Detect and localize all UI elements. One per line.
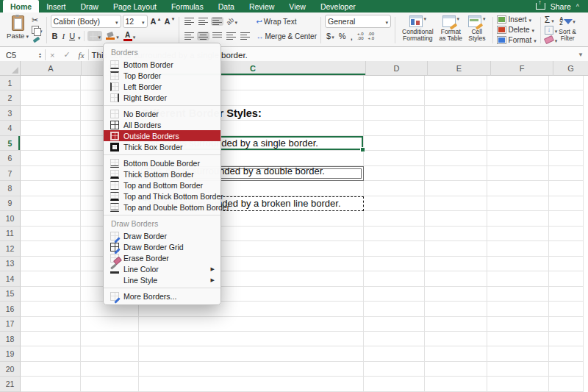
tab-page-layout[interactable]: Page Layout	[106, 0, 164, 13]
cell-D4[interactable]	[364, 121, 425, 135]
cell-A2[interactable]	[21, 90, 81, 105]
paste-button[interactable]: Paste	[5, 14, 30, 46]
percent-button[interactable]: %	[337, 31, 348, 41]
cell-A14[interactable]	[21, 271, 81, 286]
format-cells-button[interactable]: Format	[497, 35, 537, 45]
cell-A21[interactable]	[21, 377, 81, 391]
cell-G12[interactable]	[549, 241, 584, 256]
number-format-select[interactable]: General	[325, 15, 391, 28]
cell-D11[interactable]	[364, 227, 425, 241]
cell-A15[interactable]	[21, 287, 81, 302]
cell-E19[interactable]	[425, 346, 487, 361]
formula-bar-expand-icon[interactable]: ▼	[578, 51, 588, 58]
row-header-7[interactable]: 7	[0, 166, 21, 181]
row-header-16[interactable]: 16	[0, 302, 21, 316]
menu-item-no-border[interactable]: No Border	[104, 108, 220, 119]
cell-G5[interactable]	[549, 136, 584, 151]
row-header-20[interactable]: 20	[0, 362, 21, 377]
menu-item-draw-border[interactable]: Draw Border	[104, 230, 220, 241]
cell-F18[interactable]	[487, 332, 549, 346]
decrease-decimal-button[interactable]: .00+.0	[367, 31, 376, 41]
menu-item-line-color[interactable]: Line Color▶	[104, 263, 220, 274]
cell-B20[interactable]	[81, 362, 139, 377]
column-header-g[interactable]: G	[553, 61, 588, 76]
cell-A13[interactable]	[21, 257, 81, 271]
cell-F5[interactable]	[487, 136, 549, 151]
row-header-2[interactable]: 2	[0, 90, 21, 105]
row-header-4[interactable]: 4	[0, 121, 21, 135]
menu-item-bottom-double-border[interactable]: Bottom Double Border	[104, 157, 220, 168]
insert-cells-button[interactable]: Insert	[497, 15, 537, 25]
cell-E20[interactable]	[425, 362, 487, 377]
conditional-formatting-button[interactable]: Conditional Formatting	[399, 14, 437, 46]
menu-item-top-border[interactable]: Top Border	[104, 70, 220, 81]
cell-E16[interactable]	[425, 302, 487, 316]
cell-E8[interactable]	[425, 181, 487, 196]
fill-button[interactable]: ↓	[545, 25, 558, 35]
cell-D15[interactable]	[364, 287, 425, 302]
menu-item-line-style[interactable]: Line Style▶	[104, 274, 220, 285]
cell-D3[interactable]	[364, 106, 425, 121]
row-header-8[interactable]: 8	[0, 181, 21, 196]
collapse-ribbon-icon[interactable]: ^	[576, 3, 579, 10]
copy-button[interactable]	[32, 25, 43, 35]
cell-E21[interactable]	[425, 377, 487, 391]
cell-F2[interactable]	[487, 90, 549, 105]
cell-B21[interactable]	[81, 377, 139, 391]
cell-D9[interactable]	[364, 196, 425, 211]
cell-F10[interactable]	[487, 211, 549, 226]
cell-styles-button[interactable]: Cell Styles	[465, 14, 489, 46]
select-all-corner[interactable]	[0, 61, 21, 76]
row-header-11[interactable]: 11	[0, 227, 21, 241]
cell-A4[interactable]	[21, 121, 81, 135]
font-color-button[interactable]: A	[122, 31, 137, 42]
cell-D7[interactable]	[364, 166, 425, 181]
tab-formulas[interactable]: Formulas	[164, 0, 211, 13]
row-header-17[interactable]: 17	[0, 317, 21, 332]
cell-E4[interactable]	[425, 121, 487, 135]
font-name-select[interactable]: Calibri (Body)	[51, 15, 121, 28]
cell-A1[interactable]	[21, 76, 81, 90]
cell-B17[interactable]	[81, 317, 139, 332]
increase-indent-button[interactable]	[239, 32, 251, 40]
cell-E6[interactable]	[425, 151, 487, 165]
cell-D10[interactable]	[364, 211, 425, 226]
menu-item-thick-bottom-border[interactable]: Thick Bottom Border	[104, 168, 220, 179]
row-header-14[interactable]: 14	[0, 271, 21, 286]
menu-item-top-and-thick-bottom-border[interactable]: Top and Thick Bottom Border	[104, 190, 220, 202]
align-right-button[interactable]	[211, 32, 223, 40]
cell-E15[interactable]	[425, 287, 487, 302]
cell-F9[interactable]	[487, 196, 549, 211]
cell-A16[interactable]	[21, 302, 81, 316]
insert-function-button[interactable]: fx	[75, 51, 88, 60]
row-header-1[interactable]: 1	[0, 76, 21, 90]
cell-G7[interactable]	[549, 166, 584, 181]
italic-button[interactable]: I	[60, 31, 66, 41]
cell-F17[interactable]	[487, 317, 549, 332]
cell-D2[interactable]	[364, 90, 425, 105]
menu-item-left-border[interactable]: Left Border	[104, 81, 220, 92]
tab-data[interactable]: Data	[211, 0, 242, 13]
align-bottom-button[interactable]	[211, 17, 223, 26]
align-left-button[interactable]	[183, 32, 196, 40]
cell-F16[interactable]	[487, 302, 549, 316]
cell-G2[interactable]	[549, 90, 584, 105]
share-button[interactable]: Share	[551, 2, 571, 11]
underline-dropdown-icon[interactable]	[78, 29, 81, 43]
cell-C18[interactable]	[139, 332, 364, 346]
cell-F21[interactable]	[487, 377, 549, 391]
cell-D12[interactable]	[364, 241, 425, 256]
cell-G8[interactable]	[549, 181, 584, 196]
borders-button[interactable]	[87, 31, 103, 41]
tab-view[interactable]: View	[282, 0, 313, 13]
cell-G19[interactable]	[549, 346, 584, 361]
row-header-10[interactable]: 10	[0, 211, 21, 226]
tab-draw[interactable]: Draw	[73, 0, 106, 13]
cell-E10[interactable]	[425, 211, 487, 226]
cell-E2[interactable]	[425, 90, 487, 105]
decrease-indent-button[interactable]	[225, 32, 237, 40]
cell-A9[interactable]	[21, 196, 81, 211]
cell-G6[interactable]	[549, 151, 584, 165]
cell-G4[interactable]	[549, 121, 584, 135]
cell-A19[interactable]	[21, 346, 81, 361]
